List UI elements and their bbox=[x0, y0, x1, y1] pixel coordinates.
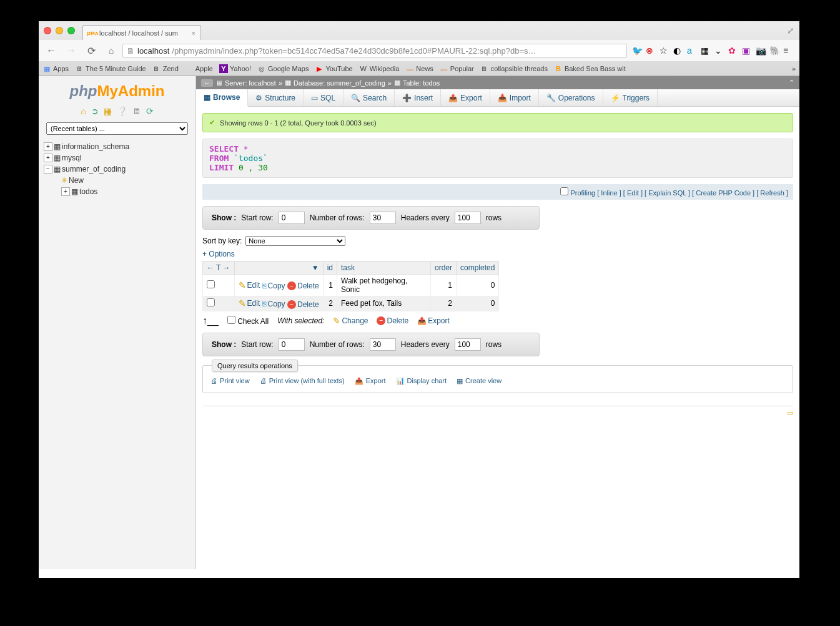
bookmark-8[interactable]: ▬News bbox=[405, 64, 433, 73]
browser-tab[interactable]: pᴍᴀ localhost / localhost / sum × bbox=[82, 25, 201, 40]
bookmark-1[interactable]: 🗎The 5 Minute Guide bbox=[75, 64, 146, 73]
ext5-icon[interactable]: ▣ bbox=[742, 46, 752, 56]
url-bar[interactable]: 🗎 localhost/phpmyadmin/index.php?token=b… bbox=[122, 44, 627, 58]
tab-triggers[interactable]: ⚡Triggers bbox=[603, 89, 658, 106]
db-item-summer-of-coding[interactable]: −▦summer_of_coding bbox=[44, 164, 195, 175]
forward-button[interactable]: → bbox=[62, 42, 80, 59]
edit-row-button[interactable]: ✎Edit bbox=[239, 280, 260, 290]
evernote-icon[interactable]: 🐘 bbox=[769, 46, 779, 56]
bookmark-3[interactable]: Apple bbox=[185, 64, 213, 73]
breadcrumb-back-icon[interactable]: ← bbox=[201, 79, 213, 87]
expand-icon[interactable]: ⤢ bbox=[787, 26, 794, 36]
bookmark-10[interactable]: 🗎collapsible threads bbox=[480, 64, 548, 73]
tab-export[interactable]: 📤Export bbox=[441, 89, 490, 106]
tab-search[interactable]: 🔍Search bbox=[343, 89, 395, 106]
adblock-icon[interactable]: ⊗ bbox=[646, 46, 656, 56]
tab-close-icon[interactable]: × bbox=[192, 29, 195, 37]
logout-icon[interactable]: ➲ bbox=[91, 106, 99, 116]
inline-link[interactable]: Inline bbox=[601, 189, 617, 197]
copy-row-button[interactable]: ⎘Copy bbox=[262, 281, 285, 290]
row-checkbox[interactable] bbox=[207, 280, 215, 288]
home-button[interactable]: ⌂ bbox=[102, 42, 120, 59]
refresh-link[interactable]: Refresh bbox=[760, 189, 784, 197]
bookmark-11[interactable]: BBaked Sea Bass wit bbox=[554, 64, 626, 73]
edit-row-button[interactable]: ✎Edit bbox=[239, 298, 260, 308]
createphp-link[interactable]: Create PHP Code bbox=[696, 189, 751, 197]
explain-link[interactable]: Explain SQL bbox=[648, 189, 686, 197]
ext3-icon[interactable]: ▦ bbox=[701, 46, 711, 56]
ext1-icon[interactable]: ◐ bbox=[673, 46, 683, 56]
delete-row-button[interactable]: −Delete bbox=[287, 281, 319, 290]
footer-icon[interactable]: ▭ bbox=[787, 409, 793, 416]
start-row-input[interactable] bbox=[279, 212, 305, 224]
close-window-icon[interactable] bbox=[44, 27, 51, 34]
col-order[interactable]: order bbox=[431, 262, 457, 275]
export-selected-button[interactable]: 📤Export bbox=[417, 316, 450, 325]
expand-icon[interactable]: + bbox=[44, 154, 52, 162]
twitter-icon[interactable]: 🐦 bbox=[632, 46, 642, 56]
back-button[interactable]: ← bbox=[42, 42, 60, 59]
maximize-window-icon[interactable] bbox=[67, 27, 75, 34]
delete-row-button[interactable]: −Delete bbox=[287, 300, 319, 309]
breadcrumb-db[interactable]: Database: summer_of_coding bbox=[294, 79, 385, 87]
db-item-information-schema[interactable]: +▦information_schema bbox=[44, 141, 195, 152]
db-child-new[interactable]: ✳New bbox=[44, 175, 195, 186]
recent-tables-select[interactable]: (Recent tables) ... bbox=[46, 122, 188, 135]
reload-button[interactable]: ⟳ bbox=[82, 42, 100, 59]
print-view-full-button[interactable]: 🖨Print view (with full texts) bbox=[260, 377, 345, 384]
bookmark-2[interactable]: 🗎Zend bbox=[152, 64, 179, 73]
bookmark-6[interactable]: ▶YouTube bbox=[315, 64, 352, 73]
copy-row-button[interactable]: ⎘Copy bbox=[262, 300, 285, 308]
tab-sql[interactable]: ▭SQL bbox=[304, 89, 343, 106]
camera-icon[interactable]: 📷 bbox=[756, 46, 766, 56]
bookmark-4[interactable]: YYahoo! bbox=[219, 64, 251, 73]
settings-icon[interactable]: 🗎 bbox=[132, 106, 141, 116]
expand-icon[interactable]: + bbox=[61, 187, 70, 196]
expand-icon[interactable]: + bbox=[44, 142, 52, 151]
docs-icon[interactable]: ❔ bbox=[117, 106, 127, 116]
apps-bookmark[interactable]: ▦Apps bbox=[42, 64, 69, 73]
sort-select[interactable]: None bbox=[245, 236, 345, 246]
row-checkbox[interactable] bbox=[207, 298, 215, 306]
col-completed[interactable]: completed bbox=[457, 262, 499, 275]
print-view-button[interactable]: 🖨Print view bbox=[210, 377, 250, 384]
ext2-icon[interactable]: a bbox=[687, 46, 697, 56]
ext4-icon[interactable]: ✿ bbox=[728, 46, 738, 56]
tab-browse[interactable]: ▦Browse bbox=[196, 89, 248, 107]
bookmark-5[interactable]: ◎Google Maps bbox=[257, 64, 309, 73]
collapse-panel-icon[interactable]: ⌃ bbox=[789, 79, 794, 87]
tab-insert[interactable]: ➕Insert bbox=[395, 89, 441, 106]
change-selected-button[interactable]: ✎Change bbox=[333, 316, 368, 326]
options-link[interactable]: + Options bbox=[202, 250, 793, 258]
col-arrows[interactable]: ← T → bbox=[203, 262, 235, 275]
bookmarks-overflow[interactable]: » bbox=[792, 65, 796, 72]
star-icon[interactable]: ☆ bbox=[660, 46, 670, 56]
num-rows-input[interactable] bbox=[370, 212, 396, 224]
collapse-icon[interactable]: − bbox=[44, 165, 52, 174]
edit-link[interactable]: Edit bbox=[627, 189, 639, 197]
breadcrumb-table[interactable]: Table: todos bbox=[403, 79, 440, 87]
col-sort[interactable]: ▼ bbox=[234, 262, 323, 275]
delete-selected-button[interactable]: −Delete bbox=[377, 316, 408, 325]
db-item-mysql[interactable]: +▦mysql bbox=[44, 152, 195, 164]
home-icon[interactable]: ⌂ bbox=[81, 106, 86, 116]
profiling-checkbox[interactable] bbox=[560, 187, 568, 195]
reload-icon[interactable]: ⟳ bbox=[146, 106, 154, 116]
export-results-button[interactable]: 📤Export bbox=[355, 377, 386, 385]
sql-icon[interactable]: ▦ bbox=[104, 106, 112, 116]
tab-import[interactable]: 📥Import bbox=[490, 89, 539, 106]
headers-every-input-2[interactable] bbox=[455, 338, 481, 351]
pocket-icon[interactable]: ⌄ bbox=[714, 46, 724, 56]
headers-every-input[interactable] bbox=[455, 212, 481, 224]
col-task[interactable]: task bbox=[337, 262, 431, 275]
col-id[interactable]: id bbox=[323, 262, 337, 275]
tab-operations[interactable]: 🔧Operations bbox=[539, 89, 603, 106]
check-all-checkbox[interactable] bbox=[227, 316, 235, 324]
create-view-button[interactable]: ▦Create view bbox=[457, 377, 502, 385]
breadcrumb-server[interactable]: Server: localhost bbox=[225, 79, 276, 87]
menu-icon[interactable]: ≡ bbox=[783, 46, 793, 56]
num-rows-input-2[interactable] bbox=[370, 338, 396, 351]
display-chart-button[interactable]: 📊Display chart bbox=[396, 377, 447, 385]
start-row-input-2[interactable] bbox=[279, 338, 305, 351]
db-child-todos[interactable]: +▦todos bbox=[44, 186, 195, 197]
